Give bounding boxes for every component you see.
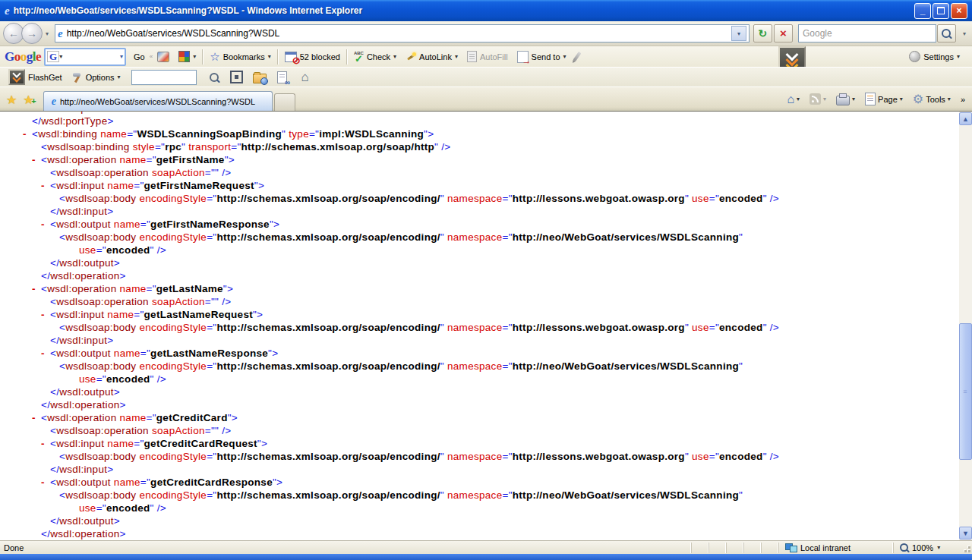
close-button[interactable]: × bbox=[951, 3, 967, 19]
capture-button[interactable] bbox=[228, 70, 246, 85]
forward-button[interactable]: → bbox=[21, 23, 43, 44]
xml-token: getLastNameRequest bbox=[144, 309, 253, 320]
page-menu-button[interactable]: Page▾ bbox=[861, 91, 907, 107]
minimize-button[interactable]: _ bbox=[914, 3, 931, 19]
overflow-chevron-icon: » bbox=[961, 95, 965, 104]
tools-menu-button[interactable]: ⚙Tools▾ bbox=[909, 92, 955, 106]
collapse-toggle[interactable]: - bbox=[32, 282, 36, 295]
xml-token: </ bbox=[50, 206, 59, 217]
spellcheck-button[interactable]: ABC✓ Check ▾ bbox=[349, 49, 401, 65]
xml-token: getFirstNameRequest bbox=[144, 180, 254, 191]
flashget-home-button[interactable]: ⌂ bbox=[296, 70, 314, 85]
stop-button[interactable]: × bbox=[774, 24, 793, 42]
url-text[interactable]: http://neo/WebGoat/services/WSDLScanning… bbox=[67, 28, 731, 39]
xml-token: "> bbox=[253, 309, 263, 320]
new-tab-button[interactable] bbox=[274, 93, 295, 111]
status-bar: Done Local intranet 100% ▾ bbox=[0, 540, 972, 554]
refresh-button[interactable]: ↻ bbox=[753, 24, 772, 42]
google-search-box[interactable]: G ▾ ▾ bbox=[44, 48, 126, 66]
collapse-toggle[interactable]: - bbox=[41, 179, 45, 192]
address-field[interactable]: e http://neo/WebGoat/services/WSDLScanni… bbox=[55, 24, 750, 42]
xml-token: wsdl:output bbox=[56, 477, 111, 488]
address-dropdown-button[interactable]: ▾ bbox=[731, 26, 746, 41]
settings-button[interactable]: Settings ▾ bbox=[904, 49, 964, 65]
options-dropdown-icon: ▾ bbox=[118, 74, 121, 80]
xml-token: < bbox=[50, 296, 56, 307]
scroll-up-button[interactable]: ▲ bbox=[959, 112, 972, 125]
flashget-search-button[interactable] bbox=[205, 70, 223, 85]
tab-active[interactable]: e http://neo/WebGoat/services/WSDLScanni… bbox=[43, 91, 273, 111]
cube-icon bbox=[178, 51, 190, 62]
flashget-search-input[interactable] bbox=[131, 70, 197, 85]
xml-token: http://lessons.webgoat.owasp.org bbox=[513, 451, 685, 462]
autolink-button[interactable]: AutoLink ▾ bbox=[401, 49, 462, 65]
xml-token: "> bbox=[270, 219, 279, 230]
xml-token: name bbox=[107, 438, 134, 449]
xml-token: wsdl:input bbox=[59, 206, 107, 217]
highlighter-button[interactable] bbox=[571, 49, 583, 65]
xml-token: < bbox=[50, 477, 56, 488]
add-favorite-button[interactable]: ★ bbox=[23, 93, 33, 107]
xml-token: =" bbox=[155, 141, 165, 153]
search-options-dropdown-icon[interactable]: ▾ bbox=[963, 30, 966, 37]
google-search-history-icon[interactable]: ▾ bbox=[120, 53, 123, 60]
zoom-dropdown-icon[interactable]: ▾ bbox=[937, 544, 940, 551]
xml-token: < bbox=[50, 167, 56, 178]
print-button[interactable]: ▾ bbox=[832, 91, 859, 107]
scrollbar-thumb[interactable]: ≡ bbox=[959, 323, 972, 460]
scroll-down-button[interactable]: ▼ bbox=[959, 527, 972, 540]
xml-token: wsdlsoap:operation bbox=[56, 296, 149, 307]
status-pane bbox=[761, 543, 778, 553]
xml-token: getCreditCardResponse bbox=[150, 477, 273, 488]
collapse-toggle[interactable]: - bbox=[41, 308, 45, 321]
xml-token: wsdl:output bbox=[59, 515, 114, 527]
command-overflow-button[interactable]: » bbox=[957, 93, 969, 105]
download-page-link-button[interactable] bbox=[273, 70, 292, 85]
history-dropdown-icon[interactable]: ▾ bbox=[46, 30, 49, 37]
news-button[interactable] bbox=[153, 49, 174, 65]
download-all-button[interactable] bbox=[251, 70, 269, 85]
search-button[interactable] bbox=[937, 24, 956, 42]
bookmarks-button[interactable]: ☆ Bookmarks ▾ bbox=[205, 49, 276, 65]
google-go-button[interactable]: Go bbox=[129, 49, 150, 65]
xml-token: wsdlsoap:body bbox=[65, 231, 136, 243]
google-search-dropdown-icon[interactable]: ▾ bbox=[59, 53, 62, 60]
xml-token: getLastName bbox=[156, 283, 223, 294]
flashget-button[interactable]: FlashGet bbox=[4, 69, 67, 86]
collapse-toggle[interactable]: - bbox=[32, 411, 36, 424]
collapse-toggle[interactable]: - bbox=[41, 437, 45, 450]
vertical-scrollbar[interactable]: ▲ ≡ ▼ bbox=[959, 112, 972, 540]
xml-token: encodingStyle bbox=[139, 360, 207, 372]
tools-dropdown-icon: ▾ bbox=[948, 96, 951, 102]
restore-button[interactable] bbox=[933, 3, 949, 19]
folder-globe-icon bbox=[253, 74, 267, 83]
autofill-button[interactable]: AutoFill bbox=[462, 49, 513, 65]
popup-blocker-button[interactable]: 52 blocked bbox=[280, 49, 345, 65]
xml-token: =" bbox=[709, 193, 719, 204]
search-input[interactable]: Google bbox=[798, 24, 936, 42]
xml-token: http://schemas.xmlsoap.org/soap/encoding… bbox=[216, 231, 440, 243]
xml-token: =" bbox=[709, 322, 719, 333]
xml-line: <wsdlsoap:body encodingStyle="http://sch… bbox=[0, 450, 959, 463]
xml-token: "> bbox=[254, 180, 264, 191]
resize-grip[interactable] bbox=[961, 543, 971, 553]
sendto-button[interactable]: Send to ▾ bbox=[513, 49, 571, 65]
collapse-toggle[interactable]: - bbox=[23, 127, 27, 140]
xml-token: "> bbox=[223, 283, 233, 294]
xml-line: </wsdl:operation> bbox=[0, 269, 959, 282]
collapse-toggle[interactable]: - bbox=[41, 347, 45, 360]
options-button[interactable]: Options ▾ bbox=[67, 69, 125, 86]
feeds-button[interactable]: ▾ bbox=[806, 92, 830, 106]
zoom-pane[interactable]: 100% ▾ bbox=[893, 543, 972, 553]
bookmarks-dropdown-icon: ▾ bbox=[268, 53, 271, 60]
gadgets-button[interactable]: ▾ bbox=[174, 49, 200, 65]
xml-line: -<wsdl:operation name="getCreditCard"> bbox=[0, 411, 959, 424]
xml-line: </wsdl:portType> bbox=[0, 115, 959, 127]
collapse-toggle[interactable]: - bbox=[41, 476, 45, 489]
collapse-toggle[interactable]: - bbox=[32, 153, 36, 166]
xml-token: wsdlsoap:operation bbox=[56, 167, 149, 178]
collapse-toggle[interactable]: - bbox=[41, 218, 45, 231]
xml-token: http://neo/WebGoat/services/WSDLScanning bbox=[513, 489, 739, 501]
favorites-center-button[interactable]: ★ bbox=[6, 93, 17, 107]
home-button[interactable]: ⌂▾ bbox=[783, 92, 803, 106]
